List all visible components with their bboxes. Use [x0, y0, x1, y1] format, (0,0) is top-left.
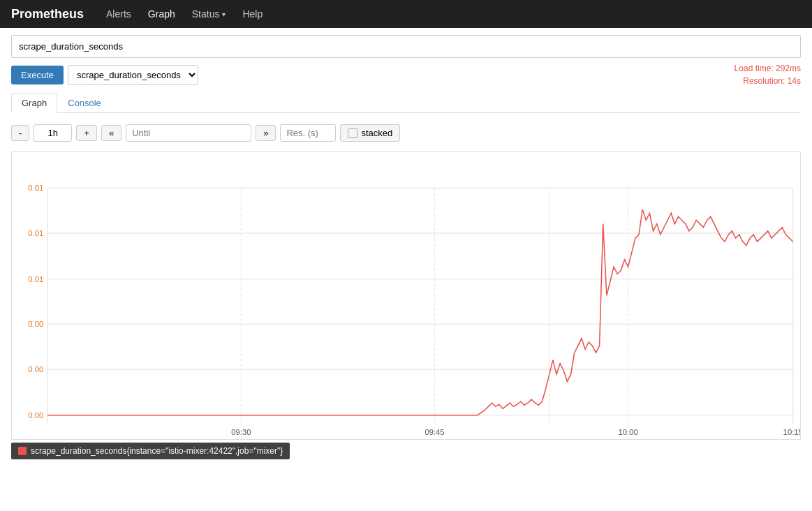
legend-item: scrape_duration_seconds{instance="istio-…	[11, 443, 290, 459]
legend-label: scrape_duration_seconds{instance="istio-…	[31, 446, 283, 456]
zoom-out-button[interactable]: -	[11, 125, 29, 141]
time-range-input[interactable]	[34, 124, 72, 142]
svg-text:10:15: 10:15	[783, 428, 800, 436]
navbar: Prometheus Alerts Graph Status ▾ Help	[0, 0, 812, 28]
svg-text:0.00: 0.00	[28, 411, 43, 420]
zoom-in-button[interactable]: +	[76, 125, 97, 141]
svg-rect-0	[12, 152, 800, 439]
metric-select[interactable]: scrape_duration_seconds	[68, 65, 198, 85]
resolution-input[interactable]	[280, 124, 336, 142]
main-content: Execute scrape_duration_seconds Load tim…	[0, 28, 812, 466]
svg-text:09:30: 09:30	[231, 428, 251, 436]
svg-text:0.01: 0.01	[28, 275, 43, 283]
nav-alerts[interactable]: Alerts	[98, 3, 140, 25]
graph-controls: - + « » stacked	[11, 120, 801, 146]
brand-logo[interactable]: Prometheus	[11, 7, 84, 22]
until-input[interactable]	[126, 124, 251, 142]
svg-text:0.01: 0.01	[28, 229, 43, 237]
chart-svg: 0.01 0.01 0.01 0.00 0.00 0.00 09:30 09:4…	[12, 152, 800, 439]
controls-row: Execute scrape_duration_seconds Load tim…	[11, 62, 801, 87]
chart-legend: scrape_duration_seconds{instance="istio-…	[11, 441, 801, 459]
nav-status[interactable]: Status ▾	[184, 3, 235, 25]
svg-text:10:00: 10:00	[619, 428, 638, 436]
stacked-label: stacked	[361, 128, 392, 138]
forward-button[interactable]: »	[256, 125, 276, 141]
chart-container: 0.01 0.01 0.01 0.00 0.00 0.00 09:30 09:4…	[11, 151, 801, 440]
load-info: Load time: 292ms Resolution: 14s	[735, 62, 801, 87]
svg-text:0.00: 0.00	[28, 365, 43, 373]
svg-text:0.01: 0.01	[28, 184, 43, 192]
nav-graph[interactable]: Graph	[140, 3, 184, 25]
nav-help[interactable]: Help	[234, 3, 271, 25]
stacked-button[interactable]: stacked	[340, 124, 400, 142]
dropdown-arrow-icon: ▾	[222, 10, 226, 18]
execute-button[interactable]: Execute	[11, 66, 64, 84]
svg-text:09:45: 09:45	[425, 428, 444, 436]
resolution: Resolution: 14s	[735, 75, 801, 87]
stacked-checkbox-icon	[348, 128, 357, 138]
svg-text:0.00: 0.00	[28, 320, 43, 328]
back-button[interactable]: «	[101, 125, 121, 141]
controls-left: Execute scrape_duration_seconds	[11, 65, 198, 85]
query-input[interactable]	[11, 35, 801, 58]
load-time: Load time: 292ms	[735, 62, 801, 75]
legend-color-swatch	[18, 447, 27, 455]
tab-graph[interactable]: Graph	[11, 93, 57, 113]
tab-console[interactable]: Console	[57, 93, 112, 113]
nav-status-label: Status	[192, 8, 220, 20]
tabs-bar: Graph Console	[11, 93, 801, 113]
